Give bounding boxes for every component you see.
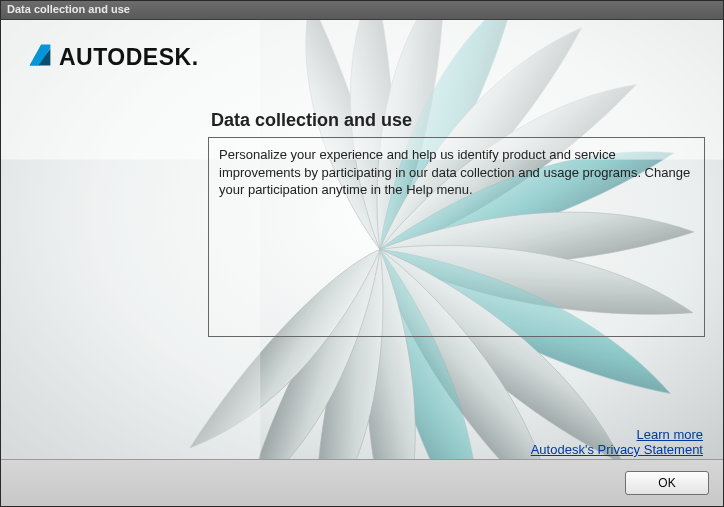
main-panel: Data collection and use Personalize your… — [208, 110, 705, 337]
logo-period: . — [192, 44, 199, 70]
content: AUTODESK. Data collection and use Person… — [1, 20, 723, 506]
ok-button[interactable]: OK — [625, 471, 709, 495]
logo-row: AUTODESK. — [1, 20, 723, 110]
client-area: AUTODESK. Data collection and use Person… — [1, 20, 723, 506]
panel-body-text: Personalize your experience and help us … — [219, 147, 690, 197]
privacy-statement-link[interactable]: Autodesk's Privacy Statement — [531, 442, 703, 457]
learn-more-link[interactable]: Learn more — [531, 427, 703, 442]
autodesk-logo: AUTODESK. — [27, 42, 199, 72]
dialog-window: Data collection and use — [0, 0, 724, 507]
logo-brand: AUTODESK — [59, 44, 192, 70]
panel-body-box: Personalize your experience and help us … — [208, 137, 705, 337]
window-title: Data collection and use — [7, 3, 130, 15]
links-area: Learn more Autodesk's Privacy Statement — [531, 427, 703, 457]
autodesk-logo-icon — [27, 42, 53, 72]
footer-bar: OK — [1, 459, 723, 506]
panel-heading: Data collection and use — [211, 110, 705, 131]
titlebar: Data collection and use — [1, 1, 723, 20]
logo-text: AUTODESK. — [59, 44, 199, 71]
